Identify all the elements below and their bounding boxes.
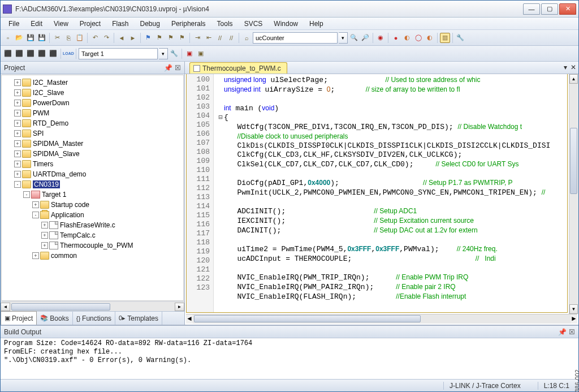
editor-hscroll[interactable]: ◄ ► — [186, 314, 577, 324]
target-dropdown-icon[interactable]: ▾ — [159, 48, 168, 59]
pane-tab-books[interactable]: 📚Books — [37, 312, 72, 325]
expand-icon[interactable]: + — [14, 171, 21, 178]
find-dropdown-icon[interactable]: ▾ — [339, 32, 348, 44]
rebuild-icon[interactable]: ⬛ — [25, 49, 36, 59]
expand-icon[interactable]: + — [14, 79, 21, 86]
pane-tab-project[interactable]: ▣Project — [1, 311, 37, 325]
expand-icon[interactable]: + — [14, 120, 21, 127]
tree-item[interactable]: +SPIDMA_Slave — [3, 149, 182, 159]
configure-icon[interactable]: 🔧 — [455, 33, 465, 43]
build-pane-header[interactable]: Build Output 📌 ☒ — [1, 326, 578, 338]
tree-item[interactable]: +PWM — [3, 108, 182, 118]
save-all-icon[interactable]: 💾 — [37, 33, 47, 43]
menu-file[interactable]: File — [4, 19, 24, 29]
maximize-button[interactable]: ▢ — [541, 3, 558, 15]
scroll-left-icon[interactable]: ◄ — [186, 315, 193, 324]
pane-close-icon[interactable]: ☒ — [175, 64, 181, 72]
menu-help[interactable]: Help — [305, 19, 328, 29]
pane-close-icon[interactable]: ☒ — [569, 328, 575, 336]
tree-item[interactable]: -Target 1 — [3, 189, 182, 200]
code-area[interactable]: 100 101 102 103 104 105 106 107 108 109 … — [186, 74, 568, 313]
expand-icon[interactable]: + — [14, 100, 21, 106]
expand-icon[interactable]: + — [41, 222, 48, 229]
bookmark-clear-icon[interactable]: ⚑ — [177, 33, 187, 43]
stop-build-icon[interactable]: ⬛ — [48, 49, 58, 59]
tree-item[interactable]: +I2C_Master — [3, 77, 182, 88]
tree-item[interactable]: +FlashEraseWrite.c — [3, 220, 182, 230]
tree-item[interactable]: +Timers — [3, 159, 182, 169]
breakpoint-enable-icon[interactable]: ◐ — [402, 33, 412, 43]
scroll-down-icon[interactable]: ▼ — [569, 304, 578, 314]
expand-icon[interactable]: + — [41, 232, 48, 239]
expand-icon[interactable]: + — [41, 242, 48, 249]
tree-item[interactable]: +RTD_Demo — [3, 118, 182, 128]
pane-tab-templates[interactable]: 0▸Templates — [115, 312, 162, 325]
menu-tools[interactable]: Tools — [213, 19, 237, 29]
scroll-right-icon[interactable]: ► — [175, 303, 184, 311]
scroll-thumb[interactable] — [11, 303, 110, 311]
project-tree[interactable]: +I2C_Master+I2C_Slave+PowerDown+PWM+RTD_… — [1, 75, 184, 301]
scroll-up-icon[interactable]: ▲ — [569, 74, 578, 84]
incremental-find-icon[interactable]: 🔎 — [360, 33, 370, 43]
expand-icon[interactable]: - — [23, 191, 30, 198]
build-icon[interactable]: ⬛ — [3, 49, 13, 59]
menu-edit[interactable]: Edit — [26, 19, 47, 29]
cut-icon[interactable]: ✂ — [52, 33, 62, 43]
expand-icon[interactable]: + — [14, 130, 21, 137]
expand-icon[interactable]: + — [32, 252, 39, 259]
find-in-files-icon[interactable]: 🔍 — [349, 33, 359, 43]
pane-tab-functions[interactable]: {}Functions — [73, 312, 115, 325]
uncomment-icon[interactable]: // — [226, 33, 236, 43]
open-icon[interactable]: 📂 — [14, 33, 24, 43]
tree-item[interactable]: +PowerDown — [3, 98, 182, 108]
scroll-left-icon[interactable]: ◄ — [1, 303, 10, 311]
download-icon[interactable]: LOAD — [63, 49, 74, 59]
manage-project-icon[interactable]: ▣ — [184, 49, 195, 59]
bookmark-prev-icon[interactable]: ⚑ — [154, 33, 165, 43]
build-target-icon[interactable]: ⬛ — [14, 49, 24, 59]
expand-icon[interactable]: + — [14, 110, 21, 117]
new-file-icon[interactable]: ▫ — [3, 33, 13, 43]
menu-view[interactable]: View — [49, 19, 73, 29]
build-output-text[interactable]: Program Size: Code=14624 RO-data=892 RW-… — [1, 338, 578, 379]
menu-window[interactable]: Window — [269, 19, 303, 29]
expand-icon[interactable]: - — [32, 212, 39, 218]
target-select[interactable] — [79, 48, 158, 59]
menu-flash[interactable]: Flash — [107, 19, 133, 29]
close-button[interactable]: ✕ — [559, 3, 576, 15]
breakpoint-disable-icon[interactable]: ◯ — [413, 33, 424, 43]
breakpoint-insert-icon[interactable]: ● — [391, 33, 401, 43]
project-pane-header[interactable]: Project 📌 ☒ — [1, 62, 184, 74]
menu-peripherals[interactable]: Peripherals — [167, 19, 210, 29]
pin-icon[interactable]: 📌 — [558, 328, 567, 336]
menu-debug[interactable]: Debug — [136, 19, 165, 29]
tree-item[interactable]: +Thermocouple_to_PWM — [3, 240, 182, 251]
outdent-icon[interactable]: ⇤ — [204, 33, 214, 43]
editor-dropdown-icon[interactable]: ▾ — [564, 63, 567, 71]
tree-item[interactable]: -Application — [3, 210, 182, 220]
expand-icon[interactable]: + — [14, 150, 21, 157]
editor-tab-active[interactable]: Thermocouple_to_PWM.c — [189, 62, 287, 74]
pin-icon[interactable]: 📌 — [164, 64, 172, 72]
copy-icon[interactable]: ⎘ — [63, 33, 74, 43]
scroll-right-icon[interactable]: ► — [571, 315, 577, 324]
comment-icon[interactable]: // — [215, 33, 225, 43]
tree-item[interactable]: +TempCalc.c — [3, 230, 182, 240]
tree-item[interactable]: -CN0319 — [3, 179, 182, 189]
title-bar[interactable]: F:\ADuCM360V1.3\examples\CN0319\CN0319.u… — [1, 1, 578, 18]
window-layout-icon[interactable]: ▥ — [440, 33, 450, 43]
debug-icon[interactable]: ◉ — [375, 33, 386, 43]
find-input[interactable] — [253, 32, 338, 44]
paste-icon[interactable]: 📋 — [75, 33, 85, 43]
nav-fwd-icon[interactable]: ► — [128, 33, 138, 43]
vscroll-thumb[interactable] — [570, 128, 577, 194]
editor-close-icon[interactable]: ✕ — [571, 63, 576, 71]
save-icon[interactable]: 💾 — [25, 33, 36, 43]
target-options-icon[interactable]: 🔧 — [169, 49, 179, 59]
redo-icon[interactable]: ↷ — [101, 33, 111, 43]
file-ext-icon[interactable]: ▣ — [196, 49, 206, 59]
undo-icon[interactable]: ↶ — [90, 33, 100, 43]
editor-vscroll[interactable]: ▲ ▼ — [569, 74, 578, 314]
expand-icon[interactable]: + — [14, 161, 21, 167]
code-text[interactable]: unsigned long ulSelectPage; // Used to s… — [214, 74, 567, 312]
